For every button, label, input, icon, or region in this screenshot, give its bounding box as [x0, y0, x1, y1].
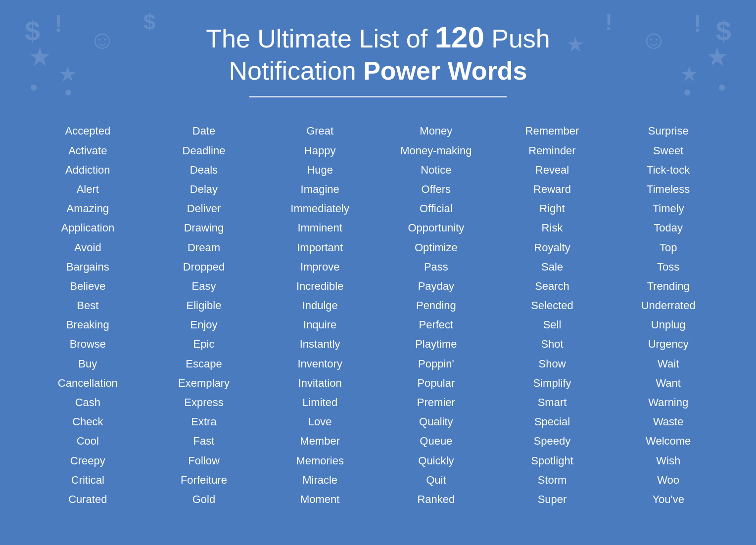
word-item: Creepy	[70, 452, 105, 469]
word-item: Spotlight	[531, 452, 573, 469]
word-item: Delay	[190, 181, 218, 198]
word-item: Member	[300, 432, 340, 450]
word-item: Urgency	[648, 335, 689, 353]
word-item: Official	[420, 200, 453, 217]
title-line2: Notification Power Words	[229, 56, 527, 85]
word-item: Great	[306, 122, 333, 139]
word-item: Fast	[193, 432, 215, 450]
word-item: Super	[538, 491, 567, 508]
word-item: Critical	[71, 471, 104, 489]
word-item: Top	[660, 239, 677, 256]
word-item: Cash	[75, 394, 100, 411]
word-item: Cool	[77, 432, 99, 450]
word-item: Poppin'	[418, 355, 454, 372]
word-item: Storm	[538, 471, 567, 489]
word-item: Breaking	[66, 316, 109, 333]
word-item: Offers	[422, 181, 451, 198]
word-item: Sale	[541, 258, 563, 275]
word-item: Miracle	[302, 471, 337, 489]
word-item: Alert	[77, 181, 99, 198]
word-item: Queue	[420, 432, 452, 450]
word-item: Reveal	[535, 161, 569, 179]
title-bold: Power Words	[363, 56, 527, 85]
word-item: Royalty	[534, 239, 570, 256]
word-item: Amazing	[67, 200, 109, 217]
word-item: Surprise	[648, 122, 689, 139]
word-column-4: MoneyMoney-makingNoticeOffersOfficialOpp…	[378, 122, 494, 508]
word-item: Incredible	[296, 277, 343, 295]
word-item: Buy	[78, 355, 97, 372]
word-item: Optimize	[415, 239, 458, 256]
word-item: Avoid	[74, 239, 101, 256]
word-item: Browse	[70, 335, 106, 353]
word-item: Dream	[188, 239, 220, 256]
word-item: Selected	[531, 297, 573, 314]
word-item: Pass	[424, 258, 448, 275]
word-item: Activate	[68, 142, 107, 159]
word-item: Express	[184, 394, 223, 411]
word-column-3: GreatHappyHugeImagineImmediatelyImminent…	[262, 122, 378, 508]
word-item: Risk	[542, 219, 563, 236]
word-item: Notice	[421, 161, 451, 179]
word-item: Today	[654, 219, 683, 236]
word-item: Cancellation	[58, 374, 118, 392]
word-item: Want	[656, 374, 681, 392]
word-item: Perfect	[419, 316, 453, 333]
word-item: Welcome	[646, 432, 691, 450]
words-grid: AcceptedActivateAddictionAlertAmazingApp…	[30, 122, 726, 508]
word-item: Memories	[296, 452, 344, 469]
word-item: Deadline	[183, 142, 226, 159]
title-line1: The Ultimate List of 120 Push	[206, 24, 550, 53]
word-item: Follow	[188, 452, 220, 469]
word-item: Underrated	[641, 297, 696, 314]
word-item: Believe	[70, 277, 105, 295]
word-item: Simplify	[533, 374, 571, 392]
word-item: Premier	[417, 394, 455, 411]
word-item: Shot	[541, 335, 563, 353]
word-item: Remember	[525, 122, 579, 139]
word-item: Tick-tock	[647, 161, 690, 179]
word-column-5: RememberReminderRevealRewardRightRiskRoy…	[494, 122, 611, 508]
word-column-2: DateDeadlineDealsDelayDeliverDrawingDrea…	[146, 122, 262, 508]
word-column-1: AcceptedActivateAddictionAlertAmazingApp…	[30, 122, 146, 508]
word-item: Payday	[418, 277, 454, 295]
word-item: Drawing	[184, 219, 224, 236]
word-item: Epic	[193, 335, 215, 353]
word-item: Important	[297, 239, 343, 256]
word-item: Imminent	[297, 219, 342, 236]
title-number: 120	[435, 21, 484, 54]
word-item: Ranked	[417, 491, 455, 508]
word-item: Woo	[657, 471, 679, 489]
word-item: Playtime	[415, 335, 457, 353]
word-item: Application	[61, 219, 115, 236]
word-item: Deliver	[187, 200, 221, 217]
main-title: The Ultimate List of 120 Push Notificati…	[30, 20, 726, 86]
word-item: Imagine	[301, 181, 339, 198]
word-item: Enjoy	[190, 316, 217, 333]
word-item: Reminder	[528, 142, 575, 159]
word-item: Warning	[648, 394, 688, 411]
word-item: Huge	[307, 161, 333, 179]
word-item: You've	[652, 491, 684, 508]
word-item: Timeless	[647, 181, 690, 198]
word-item: Dropped	[183, 258, 225, 275]
word-item: Eligible	[187, 297, 222, 314]
word-column-6: SurpriseSweetTick-tockTimelessTimelyToda…	[610, 122, 726, 508]
word-item: Sell	[543, 316, 562, 333]
word-item: Love	[308, 413, 332, 430]
word-item: Accepted	[65, 122, 110, 139]
word-item: Best	[77, 297, 98, 314]
word-item: Check	[72, 413, 103, 430]
word-item: Wish	[656, 452, 680, 469]
word-item: Money	[420, 122, 452, 139]
word-item: Quality	[419, 413, 453, 430]
word-item: Limited	[302, 394, 337, 411]
word-item: Addiction	[65, 161, 110, 179]
word-item: Improve	[300, 258, 339, 275]
word-item: Wait	[658, 355, 679, 372]
word-item: Date	[192, 122, 215, 139]
word-item: Exemplary	[178, 374, 230, 392]
word-item: Moment	[300, 491, 339, 508]
word-item: Toss	[657, 258, 679, 275]
word-item: Opportunity	[408, 219, 464, 236]
